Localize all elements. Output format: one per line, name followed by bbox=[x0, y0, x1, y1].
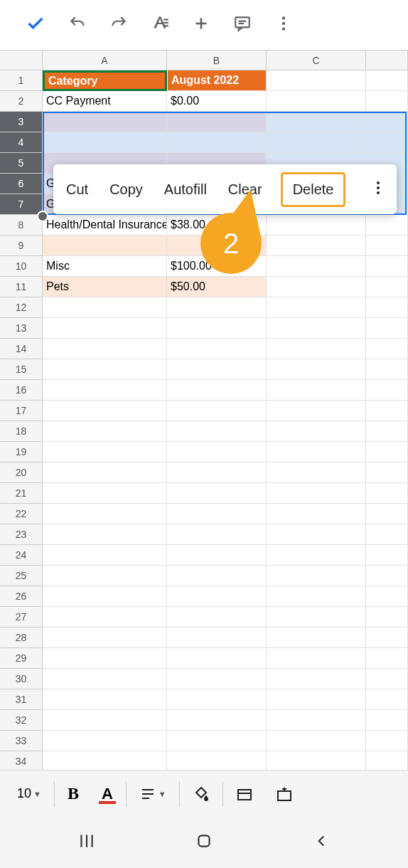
cell[interactable] bbox=[167, 112, 267, 132]
cell[interactable] bbox=[267, 607, 366, 628]
row-header[interactable]: 15 bbox=[0, 359, 43, 380]
row-header[interactable]: 34 bbox=[0, 751, 43, 772]
cell[interactable] bbox=[167, 586, 267, 607]
cell[interactable] bbox=[43, 689, 167, 710]
row-header[interactable]: 27 bbox=[0, 607, 43, 628]
cell[interactable] bbox=[43, 607, 167, 628]
cell[interactable] bbox=[43, 235, 167, 256]
cell[interactable] bbox=[43, 421, 167, 442]
cell[interactable] bbox=[267, 442, 366, 462]
col-header-d[interactable] bbox=[366, 51, 408, 70]
row-header[interactable]: 22 bbox=[0, 504, 43, 524]
cell[interactable] bbox=[43, 380, 167, 401]
row-header[interactable]: 1 bbox=[0, 70, 43, 91]
cell[interactable]: Category bbox=[43, 70, 167, 91]
cell[interactable] bbox=[43, 442, 167, 462]
cell[interactable] bbox=[366, 689, 408, 710]
back-icon[interactable] bbox=[312, 832, 331, 853]
selection-handle-icon[interactable] bbox=[37, 211, 48, 222]
cell[interactable] bbox=[267, 112, 366, 132]
cell[interactable]: Health/Dental Insurance bbox=[43, 215, 167, 235]
row-header[interactable]: 24 bbox=[0, 545, 43, 566]
cell[interactable] bbox=[366, 256, 408, 277]
cell[interactable] bbox=[167, 359, 267, 380]
col-header-a[interactable]: A bbox=[43, 51, 167, 70]
text-color-button[interactable]: A bbox=[90, 780, 124, 808]
cell[interactable] bbox=[43, 731, 167, 751]
recents-icon[interactable] bbox=[77, 832, 96, 853]
cell[interactable] bbox=[167, 483, 267, 504]
cell[interactable] bbox=[267, 648, 366, 669]
cell[interactable] bbox=[43, 462, 167, 483]
row-header[interactable]: 26 bbox=[0, 586, 43, 607]
cell[interactable] bbox=[43, 628, 167, 648]
cell[interactable] bbox=[43, 586, 167, 607]
cell[interactable] bbox=[267, 545, 366, 566]
corner-cell[interactable] bbox=[0, 51, 43, 70]
cell[interactable] bbox=[167, 751, 267, 772]
cell[interactable] bbox=[43, 524, 167, 545]
cell[interactable] bbox=[267, 669, 366, 689]
cell[interactable] bbox=[366, 731, 408, 751]
comment-icon[interactable] bbox=[233, 14, 252, 36]
cell[interactable] bbox=[366, 132, 408, 153]
row-header[interactable]: 19 bbox=[0, 442, 43, 462]
cell[interactable] bbox=[167, 710, 267, 731]
cell[interactable] bbox=[366, 607, 408, 628]
cell[interactable] bbox=[366, 297, 408, 318]
cell[interactable] bbox=[366, 339, 408, 359]
fill-color-button[interactable] bbox=[181, 780, 221, 808]
cell[interactable] bbox=[43, 339, 167, 359]
cell[interactable] bbox=[267, 380, 366, 401]
row-header[interactable]: 6 bbox=[0, 174, 43, 194]
cell[interactable] bbox=[366, 442, 408, 462]
cell[interactable] bbox=[267, 566, 366, 586]
cell[interactable] bbox=[366, 504, 408, 524]
cell[interactable] bbox=[43, 710, 167, 731]
cell[interactable] bbox=[366, 91, 408, 112]
cell[interactable] bbox=[366, 70, 408, 91]
cell[interactable] bbox=[366, 751, 408, 772]
cell[interactable] bbox=[366, 215, 408, 235]
cell[interactable] bbox=[267, 483, 366, 504]
cell[interactable] bbox=[366, 545, 408, 566]
cell[interactable]: $0.00 bbox=[167, 91, 267, 112]
cell[interactable]: August 2022 bbox=[167, 70, 267, 91]
cell[interactable] bbox=[366, 669, 408, 689]
cell[interactable]: CC Payment bbox=[43, 91, 167, 112]
cell[interactable] bbox=[366, 628, 408, 648]
cell[interactable] bbox=[167, 297, 267, 318]
cell[interactable] bbox=[366, 566, 408, 586]
row-header[interactable]: 9 bbox=[0, 235, 43, 256]
more-vert-icon[interactable] bbox=[274, 14, 293, 36]
cell[interactable] bbox=[167, 648, 267, 669]
cell[interactable] bbox=[167, 462, 267, 483]
row-header[interactable]: 17 bbox=[0, 401, 43, 421]
row-header[interactable]: 31 bbox=[0, 689, 43, 710]
cell[interactable] bbox=[43, 751, 167, 772]
row-header[interactable]: 12 bbox=[0, 297, 43, 318]
cell[interactable]: Misc bbox=[43, 256, 167, 277]
cell[interactable] bbox=[267, 751, 366, 772]
cell[interactable] bbox=[267, 91, 366, 112]
cell[interactable] bbox=[366, 648, 408, 669]
cell[interactable] bbox=[267, 731, 366, 751]
row-header[interactable]: 5 bbox=[0, 153, 43, 174]
home-icon[interactable] bbox=[195, 832, 213, 853]
cell[interactable] bbox=[167, 524, 267, 545]
row-header[interactable]: 16 bbox=[0, 380, 43, 401]
cell[interactable] bbox=[167, 566, 267, 586]
cell[interactable] bbox=[366, 235, 408, 256]
cell[interactable] bbox=[366, 586, 408, 607]
cell[interactable] bbox=[43, 669, 167, 689]
cell[interactable] bbox=[366, 380, 408, 401]
cell[interactable] bbox=[167, 628, 267, 648]
redo-icon[interactable] bbox=[109, 14, 128, 36]
row-header[interactable]: 4 bbox=[0, 132, 43, 153]
col-header-b[interactable]: B bbox=[167, 51, 267, 70]
insert-button[interactable] bbox=[264, 780, 304, 808]
confirm-check-icon[interactable] bbox=[26, 14, 45, 36]
text-format-icon[interactable] bbox=[151, 14, 169, 36]
cell[interactable] bbox=[43, 359, 167, 380]
cell[interactable] bbox=[366, 318, 408, 339]
